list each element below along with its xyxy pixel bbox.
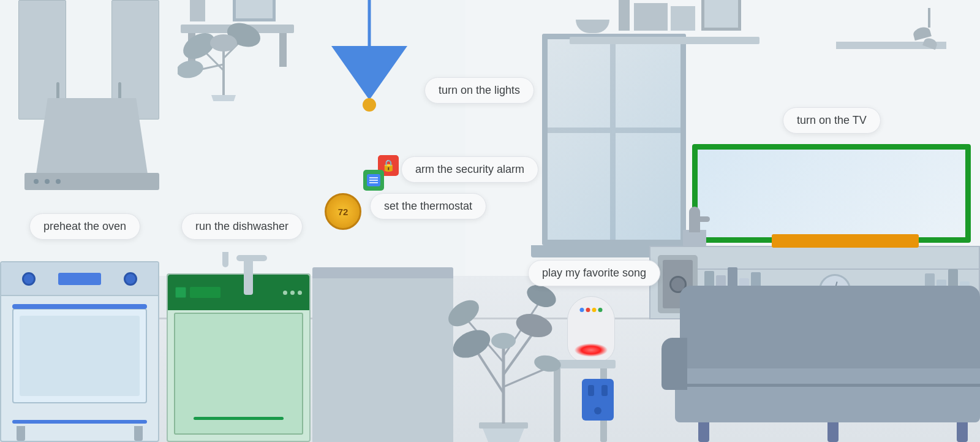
faucet-head <box>222 252 228 267</box>
island-body <box>312 278 453 442</box>
gh-dot-blue <box>580 308 584 312</box>
dw-led1 <box>283 291 287 295</box>
top-shelf-far-right <box>836 42 946 49</box>
dw-display <box>190 287 221 298</box>
bubble-arm-security: arm the security alarm <box>401 156 538 183</box>
cal-line-3 <box>369 182 378 183</box>
svg-point-18 <box>513 310 554 341</box>
oven-door-glass <box>20 316 140 396</box>
gh-dot-red <box>586 308 590 312</box>
top-shelf-right <box>570 37 760 44</box>
dishwasher <box>167 273 311 442</box>
shelf-small-plant <box>921 8 937 48</box>
svg-point-7 <box>210 34 237 51</box>
pendant-cord <box>368 0 371 49</box>
oven-door <box>12 308 147 403</box>
sofa-leg-1 <box>698 422 709 442</box>
tv-base-strip <box>772 234 919 248</box>
hood-dot2 <box>45 179 50 184</box>
tv-dot2 <box>710 237 714 242</box>
bubble-song-text: play my favorite song <box>542 267 646 279</box>
dw-led2 <box>290 291 295 295</box>
sofa-legs <box>698 422 968 442</box>
bubble-dishwasher: run the dishwasher <box>181 213 303 240</box>
kitchen-island <box>312 267 453 442</box>
shelf-tall-vase <box>619 0 630 31</box>
bubble-turn-on-lights: turn on the lights <box>424 77 534 104</box>
oven-bottom-bar <box>12 420 147 424</box>
dw-led3 <box>298 291 302 295</box>
shelf-leg-r <box>279 33 287 67</box>
svg-marker-9 <box>482 427 525 442</box>
oven-foot-l <box>17 426 25 441</box>
gh-dots <box>580 308 603 312</box>
bubble-tv-text: turn on the TV <box>797 114 867 126</box>
bubble-dishwasher-text: run the dishwasher <box>195 220 288 232</box>
dw-leds <box>283 291 302 295</box>
oven-foot-r <box>134 426 143 441</box>
calendar-icon-inner <box>367 174 380 186</box>
range-hood-area <box>18 0 165 196</box>
bubble-oven-text: preheat the oven <box>43 220 126 232</box>
pendant-bulb <box>363 98 376 112</box>
sofa-leg-2 <box>827 422 839 442</box>
sofa-seat <box>675 368 980 422</box>
oven-controls <box>1 262 158 296</box>
bubble-thermostat: set the thermostat <box>370 193 486 219</box>
wall-outlet <box>582 379 614 421</box>
shelf-box2 <box>671 6 695 31</box>
shelf-frame <box>701 0 741 31</box>
svg-point-17 <box>449 324 495 363</box>
outlet-slot-l <box>588 385 594 396</box>
gh-dot-yellow <box>592 308 597 312</box>
tv-screen-display <box>698 150 965 237</box>
oven-display <box>58 273 101 285</box>
dishwasher-door <box>174 313 303 435</box>
plant-stem <box>928 8 930 28</box>
oven <box>0 261 159 442</box>
dw-button1 <box>175 287 186 298</box>
shelf-box1 <box>634 3 668 31</box>
tv-dot3 <box>717 237 722 242</box>
tv-screen <box>692 144 971 243</box>
google-home <box>567 296 615 362</box>
faucet-neck <box>236 255 267 261</box>
range-hood <box>18 83 165 190</box>
sofa-arm <box>662 338 687 390</box>
top-shelf-board <box>570 37 760 44</box>
bubble-preheat-oven: preheat the oven <box>29 213 140 240</box>
outlet-slot-r <box>601 385 608 396</box>
svg-point-21 <box>533 353 562 373</box>
bubble-favorite-song: play my favorite song <box>528 260 660 286</box>
security-icon: 🔒 <box>363 155 399 191</box>
cal-line-2 <box>369 180 378 181</box>
gh-dot-green <box>598 308 603 312</box>
gh-light <box>575 343 608 357</box>
svg-marker-8 <box>211 95 236 101</box>
cactus-arm <box>696 216 710 222</box>
outlet-ground <box>594 407 601 414</box>
bubble-security-text: arm the security alarm <box>415 163 524 175</box>
pendant-shade <box>331 46 407 100</box>
hood-dot1 <box>34 179 39 184</box>
sofa <box>662 286 980 442</box>
bubble-turn-on-tv: turn on the TV <box>783 107 881 134</box>
svg-line-16 <box>503 368 546 387</box>
cactus-decor <box>683 230 706 247</box>
svg-point-19 <box>443 295 483 332</box>
oven-knob-2 <box>124 272 137 286</box>
svg-point-6 <box>178 58 205 80</box>
hood-dot3 <box>56 179 61 184</box>
faucet-base <box>244 258 253 295</box>
monstera-plant-left <box>178 9 270 101</box>
sofa-leg-3 <box>957 422 968 442</box>
bubble-thermostat-text: set the thermostat <box>384 200 472 212</box>
thermostat-icon: 72 <box>325 193 361 230</box>
dishwasher-panel <box>168 275 309 310</box>
lock-symbol: 🔒 <box>382 159 395 172</box>
cal-line-1 <box>369 177 378 178</box>
hood-bottom <box>24 173 159 190</box>
dw-handle <box>194 417 284 420</box>
cactus-pot <box>683 230 706 247</box>
oven-knob-1 <box>22 272 36 286</box>
